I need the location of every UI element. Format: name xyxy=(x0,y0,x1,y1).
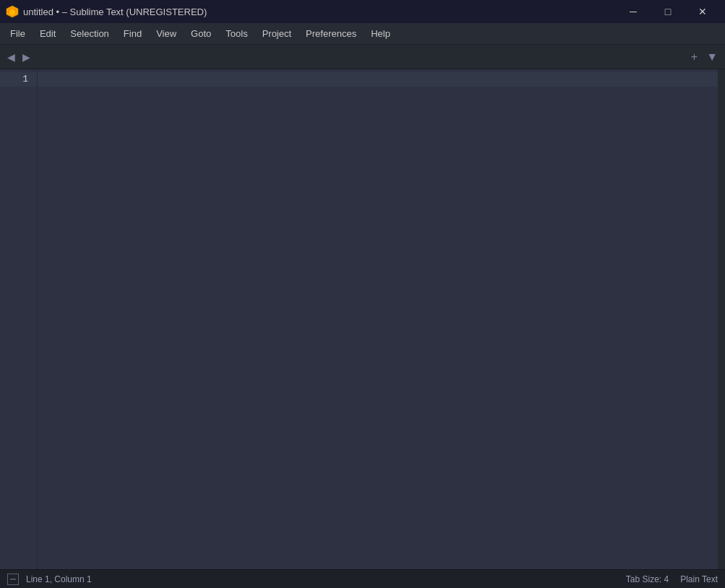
svg-rect-3 xyxy=(10,579,16,580)
tab-dropdown-button[interactable]: ▼ xyxy=(703,49,721,65)
status-bar: Line 1, Column 1 Tab Size: 4 Plain Text xyxy=(0,569,725,588)
tab-bar: ◀ ▶ + ▼ xyxy=(0,45,725,69)
menu-file[interactable]: File xyxy=(3,25,33,42)
status-position[interactable]: Line 1, Column 1 xyxy=(26,574,92,584)
menu-preferences[interactable]: Preferences xyxy=(299,25,364,42)
menu-selection[interactable]: Selection xyxy=(63,25,116,42)
tab-bar-right: + ▼ xyxy=(684,49,725,65)
menu-find[interactable]: Find xyxy=(116,25,149,42)
title-text: untitled • – Sublime Text (UNREGISTERED) xyxy=(23,7,207,17)
title-bar-left: untitled • – Sublime Text (UNREGISTERED) xyxy=(6,5,207,18)
tab-bar-left: ◀ ▶ xyxy=(0,45,38,69)
gutter: 1 xyxy=(0,69,38,569)
menu-project[interactable]: Project xyxy=(255,25,299,42)
maximize-button[interactable]: □ xyxy=(651,0,685,23)
syntax-indicator[interactable]: Plain Text xyxy=(680,574,718,584)
nav-arrows: ◀ ▶ xyxy=(0,50,38,64)
status-right: Tab Size: 4 Plain Text xyxy=(626,574,718,584)
menu-help[interactable]: Help xyxy=(364,25,398,42)
add-tab-button[interactable]: + xyxy=(688,49,700,65)
minimize-button[interactable]: ─ xyxy=(617,0,650,23)
tab-size-indicator[interactable]: Tab Size: 4 xyxy=(626,574,669,584)
editor-content[interactable] xyxy=(38,69,718,569)
menu-bar: File Edit Selection Find View Goto Tools… xyxy=(0,23,725,45)
cursor-line xyxy=(38,72,718,87)
close-button[interactable]: ✕ xyxy=(686,0,719,23)
nav-next-button[interactable]: ▶ xyxy=(20,50,33,64)
menu-view[interactable]: View xyxy=(149,25,184,42)
line-number-1: 1 xyxy=(0,72,37,87)
editor-area: 1 xyxy=(0,69,725,569)
indent-icon xyxy=(7,574,19,585)
title-bar: untitled • – Sublime Text (UNREGISTERED)… xyxy=(0,0,725,23)
window-controls: ─ □ ✕ xyxy=(617,0,719,23)
menu-tools[interactable]: Tools xyxy=(218,25,254,42)
menu-edit[interactable]: Edit xyxy=(33,25,63,42)
vertical-scrollbar[interactable] xyxy=(718,69,725,569)
app-icon xyxy=(6,5,19,18)
status-left: Line 1, Column 1 xyxy=(7,574,92,585)
nav-prev-button[interactable]: ◀ xyxy=(4,50,18,64)
menu-goto[interactable]: Goto xyxy=(184,25,218,42)
indent-svg xyxy=(9,576,17,583)
